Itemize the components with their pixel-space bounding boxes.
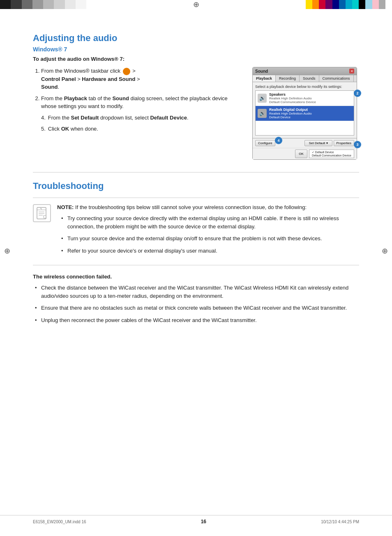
svg-rect-5 [44,216,46,218]
step-2: From the Playback tab of the Sound dialo… [41,94,244,110]
properties-button[interactable]: Properties [334,140,354,146]
footer-right-text: 10/12/10 4:44:25 PM [321,520,359,524]
step-4-setdefault: Set Default [71,115,99,121]
color-bar-left [0,0,86,9]
swatch-pink [372,0,379,9]
configure-button[interactable]: Configure [255,140,275,146]
troubleshooting-bullets: Try connecting your source device direct… [57,214,359,255]
swatch-navy [332,0,339,9]
realtek-icon: 🔈 [258,109,267,118]
swatch-cyan [346,0,352,9]
bullet-2: Turn your source device and the external… [61,235,359,243]
ok-cancel-row: OK ✓ Default Device Default Communicatio… [253,148,357,159]
dialog-close-button[interactable]: ✕ [349,69,354,74]
right-crosshair-icon: ⊕ [382,247,388,255]
swatch-gray [22,0,32,9]
device-item-speakers[interactable]: 🔊 Speakers Realtek High Definition Audio… [256,91,354,106]
default-comm-option[interactable]: Default Communication Device [312,154,351,157]
main-content: Adjusting the audio Windows® 7 To adjust… [0,8,392,353]
color-bar-top: ⊕ [0,0,392,9]
swatch-mid-gray [32,0,43,9]
note-text: If the troubleshooting tips below still … [75,204,307,210]
audio-section: From the Windows® taskbar click > Contro… [33,67,359,160]
dialog-footer: Configure Set Default ▾ Properties [253,138,357,148]
step-5-ok: OK [61,126,69,132]
realtek-sub2: Default Device [269,115,312,119]
swatch-blue [339,0,346,9]
device-realtek-info: Realtek Digital Output Realtek High Defi… [269,108,312,119]
badge-2: 2 [354,90,361,97]
step-4-defaultdevice: Default Device [150,115,187,121]
right-reg-mark: ⊕ [382,246,388,255]
swatch-teal [352,0,359,9]
ok-cancel-buttons: OK ✓ Default Device Default Communicatio… [255,150,354,158]
footer-left-text: E6158_EW2000_UM.indd 16 [33,520,86,524]
realtek-name: Realtek Digital Output [269,108,312,112]
note-content: NOTE: If the troubleshooting tips below … [57,204,359,259]
dialog-instruction: Select a playback device below to modify… [255,85,354,89]
dialog-body: Select a playback device below to modify… [253,82,357,138]
tab-recording[interactable]: Recording [276,75,300,82]
speakers-sub2: Default Communications Device [269,100,316,104]
step-1-bold3: Sound [41,84,58,90]
step-1: From the Windows® taskbar click > Contro… [41,67,244,91]
tab-playback[interactable]: Playback [253,75,276,82]
page-footer: E6158_EW2000_UM.indd 16 16 10/12/10 4:44… [0,515,392,528]
device-list: 🔊 Speakers Realtek High Definition Audio… [255,90,354,136]
sub-heading-windows: Windows® 7 [33,46,359,53]
sound-dialog: Sound ✕ Playback Recording Sounds Commun… [252,67,357,160]
speakers-sub1: Realtek High Definition Audio [269,97,316,100]
bullet-1: Try connecting your source device direct… [61,214,359,230]
step-5: 5.Click OK when done. [34,125,244,133]
default-device-option[interactable]: ✓ Default Device [312,151,351,154]
left-reg-mark: ⊕ [4,246,10,255]
audio-steps-list: From the Windows® taskbar click > Contro… [33,67,244,133]
step-1-bold: Control Panel [41,76,76,82]
audio-steps-text: From the Windows® taskbar click > Contro… [33,67,244,160]
swatch-light-blue [365,0,372,9]
wireless-bullet-2: Ensure that there are no obstacles such … [35,304,359,312]
footer-right: Set Default ▾ Properties [304,140,354,146]
swatch-dark-gray [11,0,21,9]
page-number: 16 [201,519,206,524]
swatch-near-white [76,0,86,9]
swatch-purple [325,0,332,9]
page-wrapper: ⊕ ⊕ ⊕ Adjusting the audio Windows® 7 To … [0,0,392,536]
note-svg-icon: ✎ [35,207,48,220]
sound-dialog-wrapper: Sound ✕ Playback Recording Sounds Commun… [252,67,359,160]
step-2-sound: Sound [112,95,129,101]
speakers-icon: 🔊 [258,94,267,103]
left-crosshair-icon: ⊕ [4,247,10,255]
swatch-black2 [359,0,365,9]
tab-communications[interactable]: Communications [319,75,354,82]
audio-image: Sound ✕ Playback Recording Sounds Commun… [252,67,359,160]
wireless-heading: The wireless connection failed. [33,274,359,280]
device-item-realtek[interactable]: 🔈 Realtek Digital Output Realtek High De… [256,106,354,121]
color-bar-right [306,0,392,9]
bold-heading-audio: To adjust the audio on Windows® 7: [33,56,359,62]
section-title-audio: Adjusting the audio [33,33,359,44]
swatch-red [319,0,325,9]
tab-sounds[interactable]: Sounds [300,75,319,82]
step-1-bold2: Hardware and Sound [82,76,135,82]
dialog-title-bar: Sound ✕ [253,67,357,75]
section-divider-1 [33,172,359,173]
set-default-area: Set Default ▾ [304,140,332,146]
swatch-black [0,0,11,9]
dialog-title-text: Sound [255,69,268,74]
ok-button[interactable]: OK [295,150,307,158]
device-speakers-info: Speakers Realtek High Definition Audio D… [269,92,316,104]
badge-4: 4 [275,137,282,144]
windows-icon [123,68,130,75]
wireless-bullet-1: Check the distance between the WiCast re… [35,284,359,300]
svg-text:✎: ✎ [40,207,42,210]
swatch-orange [312,0,319,9]
step-2-playback: Playback [64,95,87,101]
bullet-3: Refer to your source device's or externa… [61,247,359,255]
step-4: 4.From the Set Default dropdown list, se… [34,114,244,122]
swatch-lighter-gray [65,0,76,9]
default-device-dropdown: ✓ Default Device Default Communication D… [309,150,354,158]
set-default-button[interactable]: Set Default ▾ [304,140,332,146]
swatch-silver [379,0,385,9]
wireless-bullets: Check the distance between the WiCast re… [33,284,359,324]
